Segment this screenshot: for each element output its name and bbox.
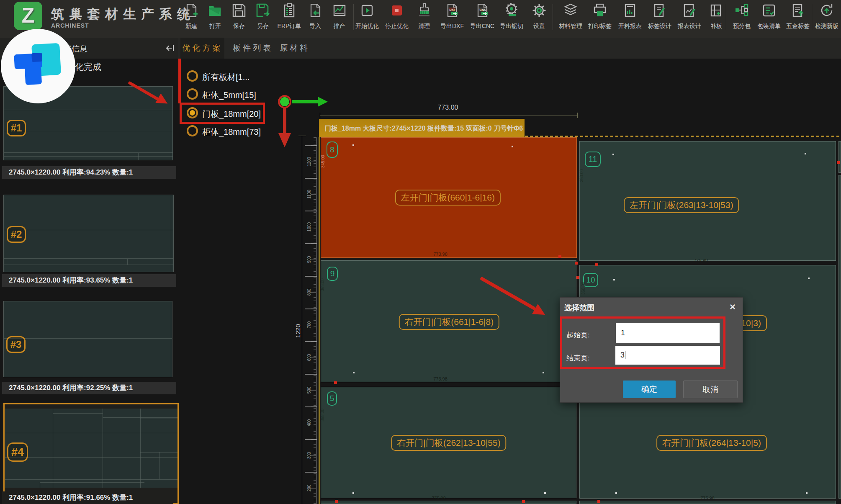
svg-text:CNC: CNC [480,8,487,12]
svg-text:DXF: DXF [450,8,456,12]
